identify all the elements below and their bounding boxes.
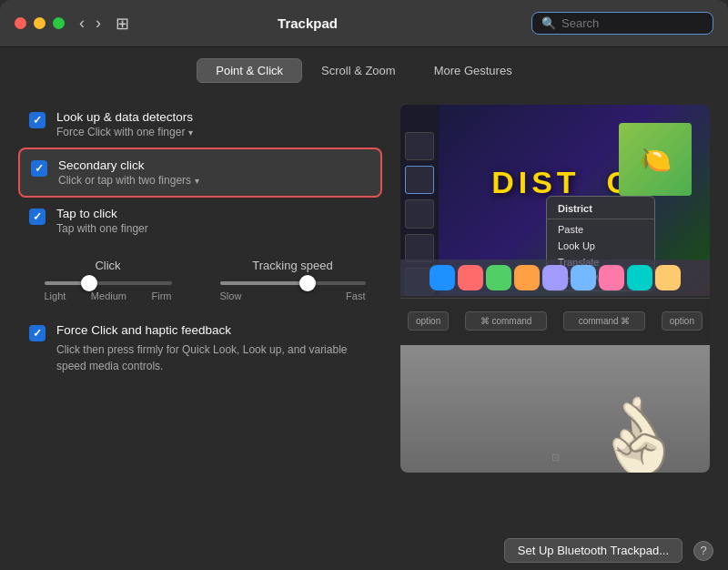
- titlebar: ‹ › ⊞ Trackpad 🔍: [0, 0, 728, 47]
- setting-force-click: Force Click and haptic feedback Click th…: [18, 314, 382, 383]
- tracking-mark-fast: Fast: [346, 290, 365, 301]
- setup-bluetooth-button[interactable]: Set Up Bluetooth Trackpad...: [504, 538, 682, 563]
- tracking-slider-thumb[interactable]: [299, 275, 316, 291]
- tracking-mark-slow: Slow: [220, 290, 242, 301]
- checkbox-secondary-click[interactable]: [31, 160, 47, 177]
- force-click-desc: Click then press firmly for Quick Look, …: [56, 341, 348, 374]
- setting-secondary-click: Secondary click Click or tap with two fi…: [18, 148, 382, 198]
- setting-sub-tap-to-click: Tap with one finger: [56, 222, 148, 235]
- click-slider-track[interactable]: [45, 281, 172, 285]
- checkbox-force-click[interactable]: [29, 325, 46, 341]
- ctx-item-1: Paste: [547, 221, 654, 238]
- checkbox-look-up[interactable]: [29, 112, 46, 128]
- setting-tap-to-click: Tap to click Tap with one finger: [18, 198, 382, 244]
- ctx-item-2: Look Up: [547, 238, 654, 254]
- setting-title-tap-to-click: Tap to click: [56, 207, 148, 220]
- tracking-slider-track[interactable]: [220, 281, 366, 285]
- minimize-button[interactable]: [34, 17, 46, 29]
- window-title: Trackpad: [84, 15, 531, 31]
- tracking-slider-group: Tracking speed Slow Fast: [214, 259, 371, 301]
- dropdown-arrow-secondary: ▾: [195, 176, 199, 186]
- preview-dock: [400, 260, 710, 296]
- help-button[interactable]: ?: [693, 541, 713, 561]
- tracking-slider-marks: Slow Fast: [220, 290, 366, 301]
- setting-title-look-up: Look up & data detectors: [56, 110, 193, 124]
- sidebar-thumb-4: [405, 234, 434, 262]
- force-click-text: Force Click and haptic feedback Click th…: [56, 323, 348, 374]
- tracking-slider-fill: [220, 281, 308, 285]
- kb-key-option-right: option: [662, 311, 703, 331]
- right-panel: 🍋 DIST CT District Paste Look Up Transla…: [400, 101, 710, 565]
- setting-text-secondary-click: Secondary click Click or tap with two fi…: [58, 158, 199, 187]
- kb-key-command-right: command ⌘: [563, 311, 646, 331]
- setting-look-up: Look up & data detectors Force Click wit…: [18, 101, 382, 148]
- force-click-title: Force Click and haptic feedback: [56, 323, 348, 337]
- main-content: Look up & data detectors Force Click wit…: [0, 92, 728, 565]
- click-mark-medium: Medium: [91, 290, 126, 301]
- sidebar-thumb-3: [405, 199, 434, 228]
- tabbar: Point & Click Scroll & Zoom More Gesture…: [0, 47, 728, 92]
- kb-key-command-left: ⌘ command: [465, 311, 548, 331]
- tab-scroll-zoom[interactable]: Scroll & Zoom: [302, 58, 415, 83]
- tracking-slider-label: Tracking speed: [252, 259, 332, 272]
- click-mark-firm: Firm: [151, 290, 171, 301]
- tab-more-gestures[interactable]: More Gestures: [415, 58, 531, 83]
- checkbox-tap-to-click[interactable]: [29, 209, 46, 225]
- click-slider-marks: Light Medium Firm: [45, 290, 172, 301]
- trackpad-hand-icon: 🤞: [580, 383, 694, 473]
- sidebar-thumb-1: [405, 132, 434, 160]
- dropdown-arrow-look-up: ▾: [188, 127, 193, 137]
- preview-screen: 🍋 DIST CT District Paste Look Up Transla…: [400, 105, 710, 296]
- search-input[interactable]: [561, 16, 703, 30]
- window-controls: [15, 17, 65, 29]
- setting-sub-look-up[interactable]: Force Click with one finger ▾: [56, 126, 193, 138]
- preview-top: 🍋 DIST CT District Paste Look Up Transla…: [400, 105, 710, 296]
- setting-text-tap-to-click: Tap to click Tap with one finger: [56, 207, 148, 235]
- click-slider-group: Click Light Medium Firm: [29, 259, 187, 301]
- maximize-button[interactable]: [53, 17, 65, 29]
- setting-text-look-up: Look up & data detectors Force Click wit…: [56, 110, 193, 138]
- search-box: 🔍: [531, 12, 713, 35]
- bottombar: Set Up Bluetooth Trackpad... ?: [0, 531, 728, 570]
- preview-keyboard: option ⌘ command command ⌘ option: [400, 298, 710, 343]
- search-icon: 🔍: [541, 16, 556, 30]
- sidebar-thumb-2: [405, 166, 434, 194]
- tab-point-click[interactable]: Point & Click: [197, 58, 302, 83]
- click-slider-label: Click: [95, 259, 120, 272]
- setting-sub-secondary-click[interactable]: Click or tap with two fingers ▾: [58, 174, 199, 187]
- sliders-section: Click Light Medium Firm Tracking speed: [18, 244, 382, 310]
- setting-title-secondary-click: Secondary click: [58, 158, 199, 172]
- ctx-item-0: District: [547, 200, 654, 217]
- kb-key-option-left: option: [408, 311, 449, 331]
- click-mark-light: Light: [45, 290, 66, 301]
- close-button[interactable]: [15, 17, 26, 29]
- click-slider-thumb[interactable]: [81, 275, 97, 291]
- left-panel: Look up & data detectors Force Click wit…: [18, 101, 382, 565]
- preview-trackpad: 🤞 ⊡: [400, 345, 710, 473]
